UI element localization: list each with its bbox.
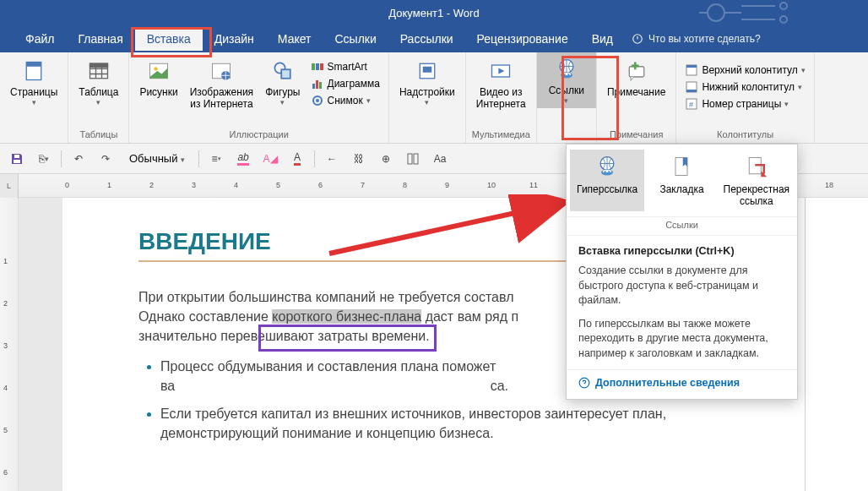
highlight-button[interactable]: ab — [233, 149, 253, 169]
addins-button[interactable]: Надстройки ▾ — [394, 56, 460, 108]
footer-button[interactable]: Нижний колонтитул ▾ — [681, 79, 808, 95]
svg-rect-31 — [686, 90, 697, 92]
separator — [314, 150, 315, 167]
header-label: Верхний колонтитул — [702, 64, 797, 76]
ribbon-group-tables: Таблица ▾ Таблицы — [68, 52, 129, 143]
clear-format-button[interactable]: A◢ — [260, 149, 280, 169]
pages-label: Страницы — [10, 86, 57, 98]
crossref-label: Перекрестная ссылка — [724, 183, 790, 208]
pagenumber-icon: # — [685, 97, 698, 111]
chevron-down-icon: ▾ — [280, 98, 285, 106]
menu-layout[interactable]: Макет — [266, 27, 323, 51]
links-label: Ссылки — [549, 85, 584, 96]
menu-mailings[interactable]: Рассылки — [388, 27, 465, 51]
bookmark-button[interactable]: Закладка — [644, 150, 719, 211]
pages-button[interactable]: Страницы ▾ — [5, 56, 62, 108]
font-color-button[interactable]: A — [287, 149, 307, 169]
ribbon-group-addins: Надстройки ▾ — [389, 52, 466, 143]
group-label-headerfooter: Колонтитулы — [681, 128, 808, 143]
svg-rect-34 — [14, 160, 20, 163]
shapes-button[interactable]: Фигуры ▾ — [260, 56, 305, 108]
svg-text:#: # — [689, 101, 693, 109]
svg-point-0 — [708, 4, 724, 21]
svg-rect-27 — [629, 67, 644, 77]
chart-label: Диаграмма — [328, 78, 380, 90]
header-icon — [685, 63, 698, 77]
chevron-down-icon: ▾ — [798, 83, 802, 91]
online-pictures-button[interactable]: Изображения из Интернета — [185, 56, 258, 112]
svg-rect-36 — [408, 154, 412, 164]
more-info-label: Дополнительные сведения — [595, 377, 740, 389]
svg-rect-16 — [320, 63, 323, 70]
pagenumber-label: Номер страницы — [702, 98, 781, 110]
svg-rect-18 — [316, 80, 318, 89]
header-button[interactable]: Верхний колонтитул ▾ — [681, 63, 808, 78]
vertical-ruler[interactable]: 123456 — [0, 198, 19, 491]
menu-review[interactable]: Рецензирование — [465, 27, 580, 51]
tooltip-title: Вставка гиперссылки (Ctrl+K) — [578, 244, 785, 259]
ribbon-group-comments: Примечание Примечания — [597, 52, 676, 143]
ribbon-group-illustrations: Рисунки Изображения из Интернета Фигуры … — [129, 52, 389, 143]
links-button[interactable]: Ссылки ▾ — [537, 52, 596, 108]
menu-insert[interactable]: Вставка — [135, 27, 203, 51]
pages-icon — [20, 57, 47, 85]
comment-button[interactable]: Примечание — [602, 56, 670, 100]
svg-rect-37 — [414, 154, 418, 164]
online-pictures-icon — [208, 57, 235, 85]
screenshot-icon — [311, 94, 324, 107]
table-button[interactable]: Таблица ▾ — [73, 56, 123, 108]
pagenumber-button[interactable]: # Номер страницы ▾ — [681, 96, 808, 112]
document-title: Документ1 - Word — [388, 7, 479, 19]
undo-button[interactable]: ↶ — [68, 149, 89, 169]
chevron-down-icon: ▾ — [32, 98, 36, 106]
separator — [198, 150, 199, 167]
selected-text: короткого бизнес-плана — [272, 309, 421, 324]
footer-label: Нижний колонтитул — [702, 81, 795, 93]
hyperlink-label: Гиперссылка — [577, 183, 637, 195]
menu-home[interactable]: Главная — [66, 27, 134, 51]
chart-button[interactable]: Диаграмма — [307, 76, 383, 91]
svg-point-21 — [316, 99, 319, 102]
tooltip: Вставка гиперссылки (Ctrl+K) Создание сс… — [567, 236, 797, 370]
menu-references[interactable]: Ссылки — [323, 27, 388, 51]
char-button[interactable]: ⊕ — [376, 149, 396, 169]
svg-rect-29 — [686, 65, 697, 68]
redo-button[interactable]: ↷ — [95, 149, 116, 169]
hyperlink-button[interactable]: Гиперссылка — [570, 150, 644, 211]
menu-view[interactable]: Вид — [580, 27, 625, 51]
link-button[interactable]: ⛓ — [349, 149, 369, 169]
save-button[interactable] — [7, 149, 27, 169]
ribbon-group-media: Видео из Интернета Мультимедиа — [466, 52, 537, 143]
group-label-addins — [394, 128, 460, 143]
dropdown-buttons: Гиперссылка Закладка Перекрестная ссылка — [567, 145, 797, 217]
text-button[interactable]: Aa — [430, 149, 450, 169]
crossref-icon — [743, 153, 770, 180]
table-label: Таблица — [79, 86, 118, 98]
style-selector[interactable]: Обычный ▾ — [122, 150, 192, 166]
crossref-button[interactable]: Перекрестная ссылка — [719, 150, 794, 211]
smartart-button[interactable]: SmartArt — [307, 59, 383, 74]
chevron-down-icon: ▾ — [366, 96, 371, 105]
tell-me-search[interactable]: Что вы хотите сделать? — [632, 33, 761, 45]
online-video-button[interactable]: Видео из Интернета — [471, 56, 531, 112]
list-button[interactable]: ≡▾ — [206, 149, 226, 169]
properties-button[interactable]: ⎘▾ — [34, 149, 54, 169]
menu-file[interactable]: Файл — [14, 27, 66, 51]
menu-design[interactable]: Дизайн — [203, 27, 266, 51]
svg-rect-5 — [26, 63, 41, 67]
addins-label: Надстройки — [399, 86, 455, 98]
svg-rect-14 — [312, 63, 315, 70]
group-label-media: Мультимедиа — [471, 128, 531, 143]
pictures-button[interactable]: Рисунки — [134, 56, 182, 100]
screenshot-button[interactable]: Снимок ▾ — [307, 93, 383, 108]
ruler-corner: L — [0, 174, 19, 198]
show-marks-button[interactable]: ← — [322, 149, 342, 169]
svg-rect-15 — [316, 63, 319, 70]
group-label-pages — [5, 128, 62, 143]
title-bar: Документ1 - Word — [0, 0, 868, 25]
title-decoration — [691, 1, 843, 25]
columns-button[interactable] — [403, 149, 423, 169]
more-info-link[interactable]: Дополнительные сведения — [567, 369, 797, 399]
tooltip-p1: Создание ссылки в документе для быстрого… — [578, 264, 785, 308]
table-icon — [85, 57, 112, 85]
